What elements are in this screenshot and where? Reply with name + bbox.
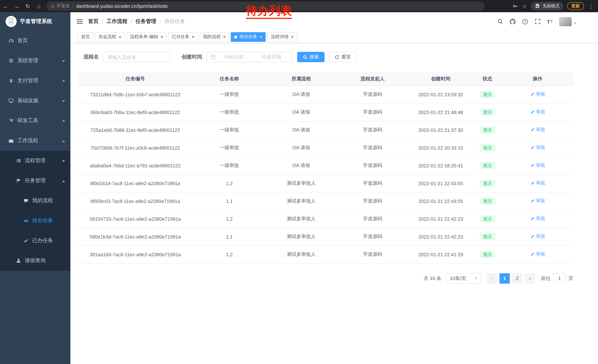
tab-todo-task[interactable]: 待办任务 ×: [231, 32, 266, 42]
sidebar-item-home[interactable]: 首页: [0, 31, 70, 51]
browser-back-icon[interactable]: ←: [0, 3, 11, 9]
breadcrumb-item[interactable]: / 待办任务: [156, 18, 185, 25]
edit-pen-icon: [530, 92, 534, 97]
sidebar-item-process-mgmt[interactable]: 流程管理 ▾: [0, 151, 70, 171]
approve-link[interactable]: 审批: [530, 198, 545, 204]
sidebar-item-payment[interactable]: ¥ 支付管理 ▾: [0, 71, 70, 91]
cell-starter: 芋道源码: [336, 86, 409, 103]
cell-task-id: 8f059c03-7ac8-11ec-a9e2-a2380e71991a: [78, 192, 193, 210]
app-logo[interactable]: 芋道管理系统: [0, 12, 70, 31]
task-table: 任务编号任务名称所属流程流程发起人创建时间状态操作 73211d9d-7b9b-…: [78, 72, 573, 263]
sidebar-item-infra[interactable]: 基础设施 ▾: [0, 91, 70, 111]
search-button[interactable]: 搜索: [297, 52, 324, 62]
approve-link[interactable]: 审批: [530, 234, 545, 240]
flag-icon: [15, 178, 22, 183]
approve-link[interactable]: 审批: [530, 145, 545, 151]
approve-link[interactable]: 审批: [530, 162, 545, 169]
svg-text:?: ?: [524, 20, 526, 24]
prev-page-button[interactable]: ‹: [487, 273, 497, 283]
browser-update-button[interactable]: 更新: [567, 2, 584, 10]
cell-status: 激活: [473, 103, 502, 121]
question-icon[interactable]: ?: [522, 18, 528, 25]
range-separator: -: [252, 54, 254, 60]
table-header-row: 任务编号任务名称所属流程流程发起人创建时间状态操作: [78, 72, 573, 86]
browser-reload-icon[interactable]: ↻: [22, 3, 33, 9]
approve-link[interactable]: 审批: [530, 109, 545, 115]
create-time-label: 创建时间: [182, 54, 202, 60]
close-icon[interactable]: ×: [119, 34, 121, 39]
breadcrumb-item[interactable]: / 工作流程: [99, 18, 127, 25]
table-row-4: a6aba0a4-7b6d-11ec-b781-acde48001122 一级审…: [78, 157, 573, 174]
sidebar-item-system[interactable]: ⚙ 系统管理 ▾: [0, 51, 70, 71]
column-header: 流程发起人: [336, 72, 409, 86]
status-badge: 激活: [480, 197, 495, 205]
fontsize-icon[interactable]: TT: [547, 19, 553, 24]
sidebar-item-leave-query[interactable]: 请假查询: [0, 251, 70, 271]
tab-process-detail[interactable]: 流程详情 ×: [267, 32, 297, 42]
approve-link[interactable]: 审批: [530, 216, 545, 222]
bookmark-star-icon[interactable]: ☆: [522, 3, 527, 9]
tab-form-edit[interactable]: 流程表单-编辑 ×: [126, 32, 166, 42]
next-page-button[interactable]: ›: [525, 273, 535, 283]
avatar[interactable]: [559, 17, 572, 26]
fullscreen-icon[interactable]: [534, 18, 540, 24]
approve-link[interactable]: 审批: [530, 91, 545, 97]
caret-down-icon[interactable]: ▾: [574, 21, 576, 26]
end-date-placeholder[interactable]: 结束日期: [255, 54, 288, 60]
page-size-select[interactable]: 10条/页 ▼: [446, 273, 481, 283]
tab-home[interactable]: 首页: [78, 32, 93, 42]
breadcrumb-separator: /: [102, 18, 103, 24]
goto-label: 前往: [541, 275, 551, 282]
browser-menu-icon[interactable]: ⋮: [588, 3, 595, 9]
cell-task-name: 一级审批: [193, 139, 266, 157]
chevron-icon: ▴: [62, 139, 65, 143]
breadcrumb-separator: /: [131, 18, 132, 24]
eye-icon: [22, 218, 30, 224]
page-button-1[interactable]: 1: [499, 273, 510, 283]
search-icon[interactable]: [497, 18, 503, 24]
sidebar-collapse-icon[interactable]: [70, 18, 88, 25]
cell-process: OA 请假: [266, 86, 336, 103]
tab-done-task[interactable]: 已办任务 ×: [168, 32, 198, 42]
status-badge: 激活: [480, 180, 495, 187]
main-content: 流程名 创建时间 开始日期 - 结束日期 搜索: [70, 43, 598, 364]
browser-forward-icon[interactable]: →: [11, 3, 22, 9]
status-badge: 激活: [480, 91, 495, 98]
breadcrumb-item[interactable]: / 任务管理: [127, 18, 156, 25]
process-name-input[interactable]: [103, 52, 170, 62]
tab-start-process[interactable]: 发起流程 ×: [95, 32, 125, 42]
table-row-6: 8f059c03-7ac8-11ec-a9e2-a2380e71991a 1.1…: [78, 192, 573, 210]
tab-my-process[interactable]: 我的流程 ×: [200, 32, 229, 42]
edit-pen-icon: [530, 252, 534, 257]
browser-home-icon[interactable]: ⌂: [33, 3, 44, 9]
approve-link[interactable]: 审批: [530, 127, 545, 133]
close-icon[interactable]: ×: [291, 34, 294, 39]
page-button-2[interactable]: 2: [512, 273, 523, 283]
start-date-placeholder[interactable]: 开始日期: [217, 54, 250, 60]
close-icon[interactable]: ×: [160, 34, 163, 39]
sidebar-item-my-process[interactable]: 我的流程: [0, 191, 70, 211]
sidebar-item-workflow[interactable]: 工作流程 ▴: [0, 131, 70, 151]
date-range-picker[interactable]: 开始日期 - 结束日期: [207, 52, 292, 62]
sidebar-item-done-task[interactable]: 已办任务: [0, 231, 70, 251]
sidebar-item-todo-task[interactable]: 待办任务: [0, 211, 70, 231]
close-icon[interactable]: ×: [259, 34, 262, 39]
security-warning[interactable]: ⚠ 不安全: [51, 3, 70, 9]
chevron-icon: ▾: [62, 159, 65, 163]
cell-process: OA 请假: [266, 103, 336, 121]
sidebar-item-task-mgmt[interactable]: 任务管理 ▴: [0, 171, 70, 191]
approve-link[interactable]: 审批: [530, 251, 545, 258]
goto-page-input[interactable]: [553, 273, 566, 283]
github-icon[interactable]: [509, 18, 515, 25]
key-icon[interactable]: [513, 3, 518, 9]
cell-task-name: 1.2: [193, 174, 266, 192]
sidebar-item-devtools[interactable]: 研发工具 ▾: [0, 111, 70, 131]
column-header: 所属流程: [266, 72, 336, 86]
close-icon[interactable]: ×: [191, 34, 194, 39]
cell-action: 审批: [502, 228, 573, 245]
cell-task-name: 一级审批: [193, 121, 266, 139]
reset-button[interactable]: 重置: [329, 52, 357, 62]
close-icon[interactable]: ×: [223, 34, 226, 39]
breadcrumb-item[interactable]: 首页: [88, 18, 99, 25]
approve-link[interactable]: 审批: [530, 180, 545, 186]
